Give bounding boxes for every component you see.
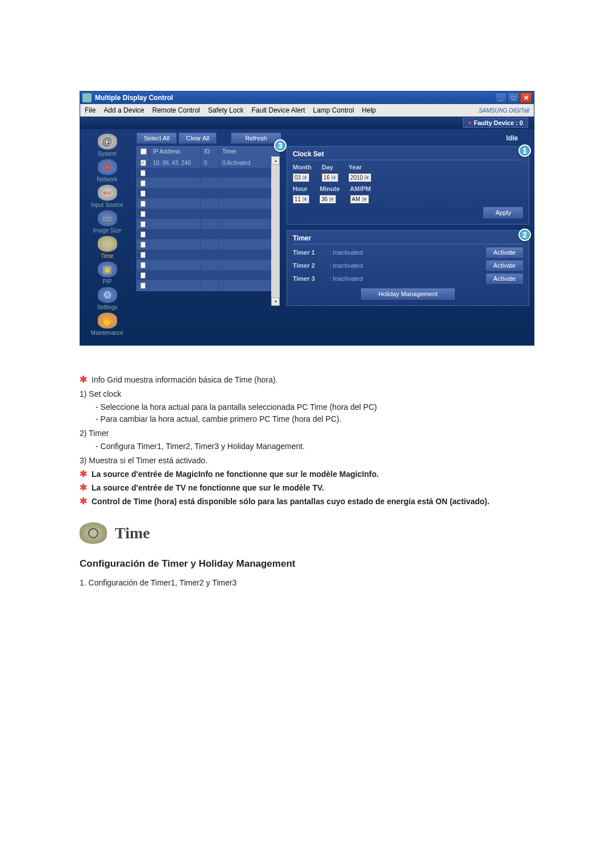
image-size-icon: ▭ xyxy=(98,210,117,226)
timer-3-row: Timer 3 : Inactivated Activate xyxy=(293,273,523,284)
sidebar-item-network[interactable]: ✿Network xyxy=(82,159,132,182)
apply-button[interactable]: Apply xyxy=(483,207,523,218)
table-row[interactable] xyxy=(137,250,279,260)
timer-panel: 2 Timer Timer 1 : Inactivated Activate T… xyxy=(287,230,529,306)
col-timer[interactable]: Timer xyxy=(219,147,279,157)
window-title: Multiple Display Control xyxy=(95,94,495,102)
menu-lamp-control[interactable]: Lamp Control xyxy=(313,106,354,114)
row-checkbox[interactable] xyxy=(140,190,146,197)
row-checkbox[interactable] xyxy=(140,242,146,248)
menubar: File Add a Device Remote Control Safety … xyxy=(80,104,534,117)
row-checkbox[interactable] xyxy=(140,231,146,238)
menu-remote-control[interactable]: Remote Control xyxy=(152,106,200,114)
col-ip[interactable]: IP Address xyxy=(150,147,201,157)
sidebar-item-image-size[interactable]: ▭Image Size xyxy=(82,210,132,234)
hour-select[interactable]: 11▾ xyxy=(293,195,309,203)
row-checkbox[interactable] xyxy=(140,262,146,268)
scroll-up-button[interactable]: ▴ xyxy=(271,156,280,165)
sidebar-item-system[interactable]: @System xyxy=(82,134,132,157)
brand-label: SAMSUNG DIGITall xyxy=(479,107,529,114)
clear-all-button[interactable]: Clear All xyxy=(179,132,217,144)
star-icon: ✱ xyxy=(80,496,87,508)
refresh-button[interactable]: Refresh xyxy=(231,132,281,144)
timer-2-activate-button[interactable]: Activate xyxy=(486,260,523,271)
time-section-heading: Time xyxy=(80,521,540,545)
table-row[interactable] xyxy=(137,270,279,280)
table-row[interactable] xyxy=(137,260,279,270)
menu-add-device[interactable]: Add a Device xyxy=(103,106,144,114)
menu-fault-device-alert[interactable]: Fault Device Alert xyxy=(251,106,305,114)
input-source-icon: src xyxy=(98,185,117,201)
row-checkbox[interactable] xyxy=(140,180,146,186)
ampm-select[interactable]: AM▾ xyxy=(350,195,369,203)
network-icon: ✿ xyxy=(98,159,117,175)
titlebar: Multiple Display Control _ □ ✕ xyxy=(80,92,534,104)
table-row[interactable] xyxy=(137,209,279,219)
month-select[interactable]: 03▾ xyxy=(293,173,309,182)
day-label: Day xyxy=(322,164,338,171)
menu-safety-lock[interactable]: Safety Lock xyxy=(208,106,244,114)
timer-1-row: Timer 1 : Inactivated Activate xyxy=(293,247,523,258)
grid-header: IP Address ID Timer xyxy=(137,147,279,157)
year-label: Year xyxy=(349,164,371,171)
maintenance-icon: ✋ xyxy=(98,313,117,329)
ampm-label: AM/PM xyxy=(350,185,371,192)
close-button[interactable]: ✕ xyxy=(520,93,532,103)
row-checkbox[interactable] xyxy=(140,272,146,279)
table-row[interactable] xyxy=(137,198,279,209)
table-row[interactable] xyxy=(137,188,279,198)
row-checkbox[interactable] xyxy=(140,252,146,258)
timer-2-row: Timer 2 : Inactivated Activate xyxy=(293,260,523,271)
table-row[interactable] xyxy=(137,219,279,229)
table-row[interactable] xyxy=(137,280,279,290)
scrollbar[interactable]: ▴ ▾ xyxy=(271,156,280,306)
timer-3-activate-button[interactable]: Activate xyxy=(486,273,523,284)
menu-help[interactable]: Help xyxy=(362,106,376,114)
col-id[interactable]: ID xyxy=(201,147,219,157)
sidebar-item-input-source[interactable]: srcInput Source xyxy=(82,185,132,208)
status-idle: Idle xyxy=(506,134,529,142)
minute-select[interactable]: 36▾ xyxy=(320,195,336,203)
select-all-button[interactable]: Select All xyxy=(136,132,177,144)
callout-2-badge: 2 xyxy=(518,229,531,241)
holiday-management-button[interactable]: Holiday Management xyxy=(361,288,455,300)
time-icon xyxy=(80,522,107,544)
minute-label: Minute xyxy=(320,185,339,192)
header-checkbox[interactable] xyxy=(140,148,147,155)
statusbar: Faulty Device : 0 xyxy=(80,117,534,129)
table-row[interactable] xyxy=(137,239,279,250)
settings-icon: ⚙ xyxy=(98,287,117,303)
table-row[interactable]: ✓ 10. 88. 43. 240 0 0:Activated xyxy=(137,157,279,168)
menu-file[interactable]: File xyxy=(85,106,96,114)
row-checkbox[interactable]: ✓ xyxy=(140,160,146,166)
row-checkbox[interactable] xyxy=(140,221,146,227)
time-icon: ◯ xyxy=(98,236,117,252)
star-icon: ✱ xyxy=(80,468,87,480)
faulty-device-indicator[interactable]: Faulty Device : 0 xyxy=(463,118,528,128)
timer-title: Timer xyxy=(293,234,523,244)
timer-1-activate-button[interactable]: Activate xyxy=(486,247,523,258)
sidebar-item-maintenance[interactable]: ✋Maintenance xyxy=(82,313,132,336)
table-row[interactable] xyxy=(137,178,279,188)
callout-3-badge: 3 xyxy=(274,139,287,152)
row-checkbox[interactable] xyxy=(140,201,146,207)
sidebar-item-settings[interactable]: ⚙Settings xyxy=(82,287,132,310)
table-row[interactable] xyxy=(137,168,279,178)
clock-set-panel: 1 Clock Set Month 03▾ Day 16▾ xyxy=(287,146,529,225)
timer-config-subheading: Configuración de Timer y Holiday Managem… xyxy=(80,556,540,571)
app-icon xyxy=(82,93,92,102)
star-icon: ✱ xyxy=(80,374,87,386)
minimize-button[interactable]: _ xyxy=(495,93,507,103)
sidebar-item-pip[interactable]: ▣PIP xyxy=(82,261,132,285)
scroll-down-button[interactable]: ▾ xyxy=(271,297,280,306)
row-checkbox[interactable] xyxy=(140,283,146,289)
table-row[interactable] xyxy=(137,229,279,239)
star-icon: ✱ xyxy=(80,482,87,494)
toolbar: Select All Clear All Refresh Idle xyxy=(136,132,529,144)
row-checkbox[interactable] xyxy=(140,170,146,176)
year-select[interactable]: 2010▾ xyxy=(349,173,371,182)
row-checkbox[interactable] xyxy=(140,211,146,217)
day-select[interactable]: 16▾ xyxy=(322,173,338,182)
maximize-button[interactable]: □ xyxy=(508,93,519,103)
sidebar-item-time[interactable]: ◯Time xyxy=(82,236,132,259)
